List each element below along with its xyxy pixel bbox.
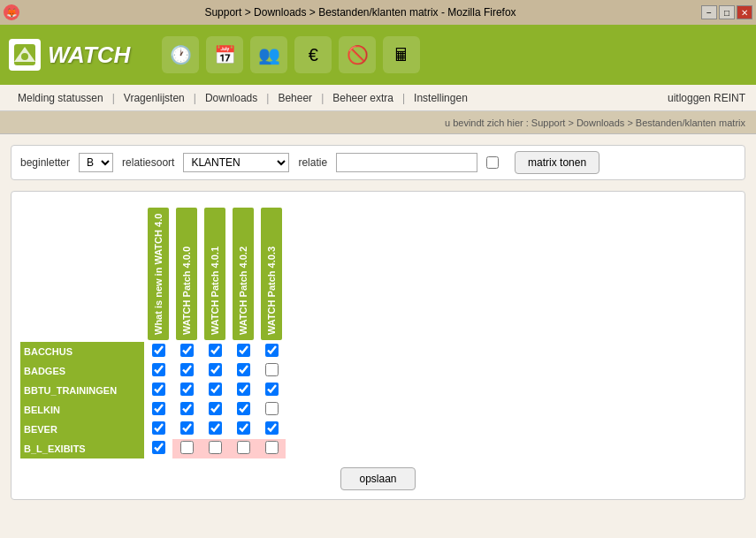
table-row: BEVER (20, 420, 286, 439)
users-nav-button[interactable]: 👥 (250, 36, 287, 73)
euro-nav-button[interactable]: € (294, 36, 332, 73)
checkbox-r2-c3[interactable] (237, 383, 250, 396)
opslaan-button[interactable]: opslaan (340, 467, 415, 490)
header: WATCH 🕐 📅 👥 € 🚫 🖩 (0, 25, 756, 85)
close-button[interactable]: ✕ (737, 5, 752, 19)
col-header-3: WATCH Patch 4.0.2 (229, 201, 257, 342)
matrix-wrapper: What is new in WATCH 4.0WATCH Patch 4.0.… (11, 191, 745, 500)
calendar-nav-button[interactable]: 📅 (206, 36, 243, 73)
maximize-button[interactable]: □ (719, 5, 735, 19)
checkbox-r1-c1[interactable] (180, 363, 194, 376)
relatiesoort-label: relatiesoort (122, 156, 174, 169)
checkbox-r3-c3[interactable] (237, 402, 250, 415)
checkbox-r3-c2[interactable] (209, 402, 222, 415)
titlebar-title: Support > Downloads > Bestanden/klanten … (19, 6, 701, 19)
relatie-input[interactable] (336, 153, 477, 172)
menu-beheer-extra[interactable]: Beheer extra (325, 92, 401, 104)
checkbox-r4-c2[interactable] (209, 421, 222, 435)
menu-instellingen[interactable]: Instellingen (407, 92, 475, 104)
matrix-tonen-button[interactable]: matrix tonen (515, 151, 599, 174)
checkbox-r5-c2[interactable] (209, 441, 222, 454)
checkbox-cell-r5-c3 (229, 439, 257, 458)
menu-downloads[interactable]: Downloads (198, 92, 264, 104)
beginletter-label: beginletter (20, 156, 70, 169)
calculator-nav-button[interactable]: 🖩 (383, 36, 420, 73)
row-label-0: BACCHUS (20, 342, 144, 361)
menu-vragenlijsten[interactable]: Vragenlijsten (117, 92, 192, 104)
minimize-button[interactable]: − (701, 5, 717, 19)
checkbox-cell-r4-c2 (201, 420, 229, 439)
checkbox-cell-r0-c2 (201, 342, 229, 361)
checkbox-r2-c2[interactable] (209, 383, 222, 396)
nav-icons: 🕐 📅 👥 € 🚫 🖩 (162, 36, 420, 73)
checkbox-cell-r0-c3 (229, 342, 257, 361)
relatie-label: relatie (298, 156, 327, 169)
relatiesoort-select[interactable]: KLANTEN (183, 153, 289, 172)
checkbox-r0-c0[interactable] (152, 344, 165, 357)
row-label-5: B_L_EXIBITS (20, 439, 144, 458)
checkbox-r0-c3[interactable] (237, 344, 250, 357)
col-header-4: WATCH Patch 4.0.3 (257, 201, 286, 342)
col-header-1: WATCH Patch 4.0.0 (172, 201, 201, 342)
row-label-4: BEVER (20, 420, 144, 439)
checkbox-r3-c4[interactable] (265, 402, 279, 415)
matrix-table: What is new in WATCH 4.0WATCH Patch 4.0.… (20, 201, 286, 458)
checkbox-r5-c1[interactable] (180, 441, 194, 454)
save-section: opslaan (20, 467, 736, 490)
checkbox-r2-c4[interactable] (265, 383, 279, 396)
checkbox-r1-c4[interactable] (265, 363, 279, 376)
checkbox-cell-r4-c3 (229, 420, 257, 439)
checkbox-r4-c0[interactable] (152, 421, 165, 435)
logout-link[interactable]: uitloggen REINT (668, 92, 745, 104)
checkbox-cell-r1-c0 (144, 361, 172, 381)
checkbox-r3-c0[interactable] (152, 402, 165, 415)
checkbox-r4-c1[interactable] (180, 421, 194, 435)
checkbox-r0-c4[interactable] (265, 344, 279, 357)
checkbox-r1-c3[interactable] (237, 363, 250, 376)
checkbox-cell-r2-c1 (172, 381, 201, 400)
no-nav-button[interactable]: 🚫 (339, 36, 376, 73)
checkbox-cell-r2-c2 (201, 381, 229, 400)
logo-icon (9, 39, 41, 71)
checkbox-r1-c0[interactable] (152, 363, 165, 376)
row-label-2: BBTU_TRAININGEN (20, 381, 144, 400)
checkbox-cell-r3-c3 (229, 400, 257, 420)
checkbox-r5-c4[interactable] (265, 441, 279, 454)
checkbox-cell-r1-c4 (257, 361, 286, 381)
filter-bar: beginletter B relatiesoort KLANTEN relat… (11, 145, 745, 180)
checkbox-r5-c3[interactable] (237, 441, 250, 454)
checkbox-cell-r3-c2 (201, 400, 229, 420)
checkbox-r4-c4[interactable] (265, 421, 279, 435)
svg-point-2 (21, 53, 28, 60)
checkbox-r5-c0[interactable] (152, 441, 165, 454)
corner-cell (20, 201, 144, 342)
checkbox-r2-c0[interactable] (152, 383, 165, 396)
row-label-3: BELKIN (20, 400, 144, 420)
checkbox-r1-c2[interactable] (209, 363, 222, 376)
checkbox-r0-c2[interactable] (209, 344, 222, 357)
breadcrumb: u bevindt zich hier : Support > Download… (0, 111, 756, 134)
clock-nav-button[interactable]: 🕐 (162, 36, 199, 73)
menu-melding[interactable]: Melding statussen (11, 92, 111, 104)
checkbox-cell-r1-c2 (201, 361, 229, 381)
logo-text: WATCH (48, 42, 130, 69)
menu-beheer[interactable]: Beheer (271, 92, 319, 104)
menubar: Melding statussen | Vragenlijsten | Down… (0, 85, 756, 111)
main-content: beginletter B relatiesoort KLANTEN relat… (0, 134, 756, 538)
checkbox-r3-c1[interactable] (180, 402, 194, 415)
checkbox-r2-c1[interactable] (180, 383, 194, 396)
checkbox-r0-c1[interactable] (180, 344, 194, 357)
row-label-1: BADGES (20, 361, 144, 381)
col-header-2: WATCH Patch 4.0.1 (201, 201, 229, 342)
table-row: B_L_EXIBITS (20, 439, 286, 458)
table-row: BADGES (20, 361, 286, 381)
logo: WATCH (9, 39, 130, 71)
checkbox-r4-c3[interactable] (237, 421, 250, 435)
beginletter-select[interactable]: B (79, 153, 113, 172)
checkbox-cell-r0-c1 (172, 342, 201, 361)
table-row: BACCHUS (20, 342, 286, 361)
checkbox-cell-r2-c4 (257, 381, 286, 400)
relatie-checkbox[interactable] (486, 156, 499, 169)
firefox-icon: 🦊 (4, 4, 19, 20)
checkbox-cell-r3-c0 (144, 400, 172, 420)
